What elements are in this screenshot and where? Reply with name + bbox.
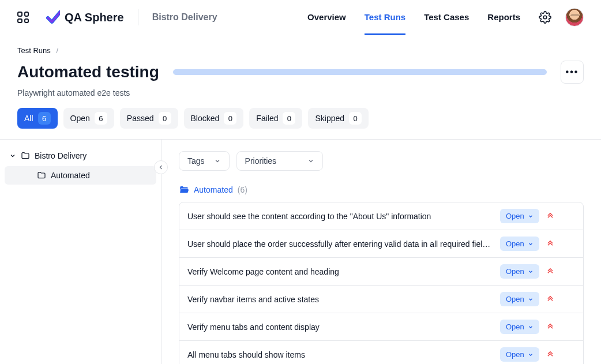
status-button[interactable]: Open — [500, 264, 539, 279]
tab-overview[interactable]: Overview — [307, 1, 346, 35]
filter-count: 6 — [38, 112, 51, 125]
test-case-list: User should see the content according to… — [179, 202, 584, 364]
priorities-select[interactable]: Priorities — [236, 151, 323, 171]
project-name[interactable]: Bistro Delivery — [152, 12, 217, 22]
filter-failed[interactable]: Failed 0 — [249, 108, 302, 129]
collapse-sidebar-button[interactable] — [154, 160, 168, 174]
content: Tags Priorities Automated (6) User shoul… — [161, 140, 601, 364]
status-label: Open — [506, 267, 524, 276]
breadcrumb-sep: / — [56, 46, 58, 55]
folder-icon — [21, 151, 30, 160]
tab-reports[interactable]: Reports — [487, 1, 520, 35]
chevron-down-icon — [9, 152, 16, 159]
chevron-down-icon — [528, 241, 534, 247]
chevron-down-icon — [528, 297, 534, 302]
tab-test-cases[interactable]: Test Cases — [424, 1, 469, 35]
select-label: Tags — [187, 156, 205, 166]
sidebar-item-project[interactable]: Bistro Delivery — [0, 147, 161, 165]
chevron-down-icon — [528, 352, 534, 358]
content-filters: Tags Priorities — [179, 151, 584, 171]
filter-count: 0 — [159, 112, 171, 125]
filter-count: 0 — [283, 112, 295, 125]
header-block: Test Runs / Automated testing ••• Playwr… — [0, 35, 601, 108]
apps-icon[interactable] — [17, 12, 29, 23]
svg-point-0 — [543, 16, 547, 19]
chevron-down-icon — [528, 324, 534, 330]
folder-label: Automated — [194, 185, 233, 194]
avatar[interactable] — [565, 8, 584, 27]
sidebar-item-label: Automated — [51, 171, 90, 180]
folder-open-icon — [179, 185, 189, 195]
chevron-left-icon — [157, 164, 164, 171]
status-label: Open — [506, 239, 524, 248]
filter-skipped[interactable]: Skipped 0 — [308, 108, 369, 129]
breadcrumb-root[interactable]: Test Runs — [17, 46, 51, 55]
filter-passed[interactable]: Passed 0 — [120, 108, 178, 129]
page-title: Automated testing — [17, 63, 159, 81]
app-logo[interactable]: QA Sphere — [46, 10, 124, 24]
gear-icon[interactable] — [539, 11, 551, 24]
filter-label: Passed — [127, 114, 154, 123]
priority-high-icon[interactable] — [546, 268, 554, 276]
progress-bar — [173, 69, 547, 75]
filter-all[interactable]: All 6 — [17, 108, 58, 129]
logo-text-qa: QA — [65, 11, 81, 24]
test-case-title: Verify navbar items and active states — [187, 295, 493, 304]
status-label: Open — [506, 212, 524, 220]
test-case-row[interactable]: Verify navbar items and active states Op… — [179, 286, 583, 313]
top-nav: QA Sphere Bistro Delivery Overview Test … — [0, 0, 601, 35]
sidebar-item-automated[interactable]: Automated — [5, 166, 156, 185]
status-button[interactable]: Open — [500, 292, 539, 306]
filter-label: All — [24, 114, 33, 123]
test-case-title: Verify Welcome page content and heading — [187, 267, 493, 276]
test-case-row[interactable]: Verify Welcome page content and heading … — [179, 258, 583, 286]
status-label: Open — [506, 295, 524, 303]
chevron-down-icon — [528, 213, 534, 219]
divider — [138, 9, 138, 25]
filter-blocked[interactable]: Blocked 0 — [184, 108, 244, 129]
page-subtitle: Playwright automated e2e tests — [17, 88, 584, 97]
panes: Bistro Delivery Automated Tags Prioritie… — [0, 140, 601, 364]
chevron-down-icon — [307, 157, 314, 164]
tab-test-runs[interactable]: Test Runs — [365, 1, 405, 35]
status-button[interactable]: Open — [500, 237, 539, 251]
chevron-down-icon — [214, 157, 221, 164]
test-case-row[interactable]: User should place the order successfully… — [179, 230, 583, 258]
filter-count: 0 — [224, 112, 236, 125]
priority-high-icon[interactable] — [546, 212, 554, 220]
tags-select[interactable]: Tags — [179, 151, 230, 171]
test-case-row[interactable]: User should see the content according to… — [179, 202, 583, 230]
priority-high-icon[interactable] — [546, 240, 554, 248]
filter-open[interactable]: Open 6 — [63, 108, 114, 129]
filter-label: Blocked — [191, 114, 220, 123]
sidebar-item-label: Bistro Delivery — [35, 151, 87, 160]
filter-label: Skipped — [315, 114, 344, 123]
filter-label: Open — [70, 114, 90, 123]
priority-high-icon[interactable] — [546, 295, 554, 303]
breadcrumb: Test Runs / — [17, 46, 584, 55]
test-case-title: All menu tabs should show items — [187, 350, 493, 359]
folder-header[interactable]: Automated (6) — [179, 185, 584, 195]
folder-count: (6) — [238, 185, 247, 194]
status-button[interactable]: Open — [500, 209, 539, 223]
status-filters: All 6 Open 6 Passed 0 Blocked 0 Failed 0… — [0, 108, 601, 139]
nav-tabs: Overview Test Runs Test Cases Reports — [307, 0, 520, 35]
test-case-title: User should see the content according to… — [187, 212, 493, 221]
status-label: Open — [506, 350, 524, 359]
logo-text-sphere: Sphere — [85, 11, 124, 24]
test-case-row[interactable]: Verify menu tabs and content display Ope… — [179, 313, 583, 341]
status-button[interactable]: Open — [500, 320, 539, 334]
status-button[interactable]: Open — [500, 347, 539, 362]
priority-high-icon[interactable] — [546, 351, 554, 359]
priority-high-icon[interactable] — [546, 323, 554, 331]
sidebar: Bistro Delivery Automated — [0, 140, 161, 364]
filter-label: Failed — [256, 114, 278, 123]
logo-icon — [46, 10, 60, 24]
folder-icon — [37, 171, 46, 180]
more-button[interactable]: ••• — [561, 61, 584, 84]
chevron-down-icon — [528, 269, 534, 275]
test-case-row[interactable]: All menu tabs should show items Open — [179, 341, 583, 364]
status-label: Open — [506, 322, 524, 331]
filter-count: 6 — [95, 112, 107, 125]
filter-count: 0 — [349, 112, 362, 125]
